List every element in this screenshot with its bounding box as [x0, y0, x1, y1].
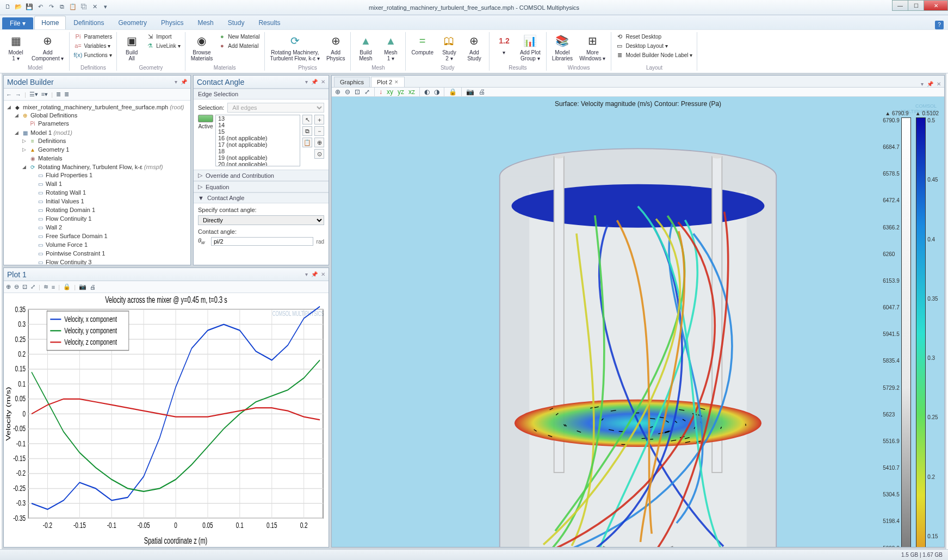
functions-icon: f(x): [74, 51, 82, 59]
windows-icon: ⊞: [585, 33, 600, 48]
build-mesh-icon: ▲: [358, 33, 373, 48]
add-component-button[interactable]: ⊕AddComponent ▾: [29, 32, 66, 63]
compute-label: Compute: [411, 49, 433, 55]
add-physics-button[interactable]: ⊕AddPhysics: [324, 32, 347, 63]
mesh-selector-button[interactable]: ▲Mesh1 ▾: [379, 32, 402, 63]
qat-undo-icon[interactable]: ↶: [36, 2, 45, 11]
add-study-icon: ⊕: [467, 33, 482, 48]
build-all-button[interactable]: ▣BuildAll: [120, 32, 143, 63]
import-icon: ⇲: [146, 33, 154, 40]
new-material-button[interactable]: ●New Material: [217, 32, 261, 41]
ribbon-body: ▦Model1 ▾ ⊕AddComponent ▾ Model PiParame…: [0, 29, 948, 73]
compute-button[interactable]: =Compute: [409, 32, 436, 57]
qat-redo-icon[interactable]: ↷: [47, 2, 55, 11]
close-button[interactable]: ✕: [924, 0, 948, 11]
reset-desktop-button[interactable]: ⟲Reset Desktop: [615, 32, 693, 41]
study-selector-label: Study2 ▾: [442, 49, 456, 61]
physics-selector-button[interactable]: ⟳Rotating Machinery,Turbulent Flow, k-ε …: [268, 32, 322, 63]
tab-study[interactable]: Study: [221, 16, 251, 29]
mesh-selector-label: Mesh1 ▾: [384, 49, 397, 61]
more-windows-button[interactable]: ⊞MoreWindows ▾: [577, 32, 608, 63]
help-button[interactable]: ?: [935, 21, 944, 29]
node-label-button[interactable]: ≣Model Builder Node Label ▾: [615, 51, 693, 59]
quick-access-toolbar: 🗋 📂 💾 ↶ ↷ ⧉ 📋 ⿻ ✕ ▾: [3, 2, 110, 11]
group-layout: ⟲Reset Desktop ▭Desktop Layout ▾ ≣Model …: [611, 32, 697, 71]
group-windows: 📚ModelLibraries ⊞MoreWindows ▾ Windows: [547, 32, 612, 71]
browse-materials-icon: ◉: [194, 33, 209, 48]
minimize-button[interactable]: —: [892, 0, 908, 11]
add-material-button[interactable]: ●Add Material: [217, 41, 261, 50]
qat-save-icon[interactable]: 💾: [25, 2, 34, 11]
compute-icon: =: [415, 33, 430, 48]
study-selector-button[interactable]: 🕮Study2 ▾: [438, 32, 461, 63]
group-label-results: Results: [493, 65, 543, 71]
group-model: ▦Model1 ▾ ⊕AddComponent ▾ Model: [1, 32, 70, 71]
ribbon: File▾ Home Definitions Geometry Physics …: [0, 15, 948, 73]
livelink-label: LiveLink ▾: [156, 43, 180, 49]
chevron-down-icon: ▾: [22, 20, 26, 27]
model-button[interactable]: ▦Model1 ▾: [4, 32, 27, 63]
group-label-study: Study: [409, 65, 486, 71]
variables-button[interactable]: a=Variables ▾: [73, 41, 113, 50]
add-physics-icon: ⊕: [328, 33, 343, 48]
desktop-layout-label: Desktop Layout ▾: [625, 43, 667, 49]
group-label-model: Model: [4, 65, 66, 71]
qat-new-icon[interactable]: 🗋: [3, 2, 12, 11]
reset-desktop-label: Reset Desktop: [625, 34, 661, 40]
import-button[interactable]: ⇲Import: [145, 32, 181, 41]
group-label-physics: Physics: [268, 65, 348, 71]
qat-dropdown-icon[interactable]: ▾: [101, 2, 110, 11]
qat-open-icon[interactable]: 📂: [14, 2, 23, 11]
node-label-icon: ≣: [616, 51, 623, 59]
add-material-label: Add Material: [228, 43, 258, 49]
parameters-button[interactable]: PiParameters: [73, 32, 113, 41]
tab-home[interactable]: Home: [34, 16, 66, 29]
add-study-button[interactable]: ⊕AddStudy: [463, 32, 486, 63]
livelink-icon: ⚗: [146, 42, 154, 49]
group-geometry: ▣BuildAll ⇲Import ⚗LiveLink ▾ Geometry: [117, 32, 185, 71]
qat-paste-icon[interactable]: 📋: [69, 2, 77, 11]
physics-icon: ⟳: [287, 33, 302, 48]
more-windows-label: MoreWindows ▾: [579, 49, 605, 61]
numeric-label: ▾: [503, 49, 505, 55]
model-libraries-button[interactable]: 📚ModelLibraries: [550, 32, 575, 63]
qat-delete-icon[interactable]: ✕: [90, 2, 99, 11]
variables-icon: a=: [74, 42, 82, 49]
group-label-geometry: Geometry: [120, 65, 181, 71]
group-label-definitions: Definitions: [73, 65, 113, 71]
node-label-label: Model Builder Node Label ▾: [625, 52, 692, 58]
add-study-label: AddStudy: [467, 49, 481, 61]
add-physics-label: AddPhysics: [326, 49, 345, 61]
layout-icon: ▭: [616, 42, 623, 49]
tab-physics[interactable]: Physics: [154, 16, 190, 29]
add-plot-group-label: Add PlotGroup ▾: [520, 49, 541, 61]
desktop-layout-button[interactable]: ▭Desktop Layout ▾: [615, 41, 693, 50]
build-mesh-button[interactable]: ▲BuildMesh: [354, 32, 377, 63]
tab-mesh[interactable]: Mesh: [191, 16, 220, 29]
mesh-icon: ▲: [383, 33, 398, 48]
libraries-icon: 📚: [555, 33, 570, 48]
group-physics: ⟳Rotating Machinery,Turbulent Flow, k-ε …: [265, 32, 351, 71]
tab-results[interactable]: Results: [252, 16, 287, 29]
group-label-layout: Layout: [615, 65, 693, 71]
results-numeric-button[interactable]: 1.2▾: [493, 32, 516, 57]
livelink-button[interactable]: ⚗LiveLink ▾: [145, 41, 181, 50]
add-component-icon: ⊕: [40, 33, 55, 48]
functions-button[interactable]: f(x)Functions ▾: [73, 51, 113, 59]
new-material-label: New Material: [228, 34, 259, 40]
file-tab[interactable]: File▾: [2, 17, 33, 29]
group-label-mesh: Mesh: [354, 65, 402, 71]
browse-materials-button[interactable]: ◉BrowseMaterials: [189, 32, 215, 63]
add-plot-group-button[interactable]: 📊Add PlotGroup ▾: [518, 32, 543, 63]
tab-geometry[interactable]: Geometry: [111, 16, 153, 29]
window-title: mixer_rotating_machinery_turbulent_free_…: [369, 4, 579, 11]
reset-icon: ⟲: [616, 33, 623, 40]
maximize-button[interactable]: ☐: [908, 0, 924, 11]
file-tab-label: File: [10, 20, 20, 27]
physics-selector-label: Rotating Machinery,Turbulent Flow, k-ε ▾: [270, 49, 320, 61]
qat-dup-icon[interactable]: ⿻: [79, 2, 88, 11]
tab-definitions[interactable]: Definitions: [67, 16, 110, 29]
import-label: Import: [156, 34, 171, 40]
qat-copy-icon[interactable]: ⧉: [58, 2, 66, 11]
build-all-label: BuildAll: [126, 49, 138, 61]
